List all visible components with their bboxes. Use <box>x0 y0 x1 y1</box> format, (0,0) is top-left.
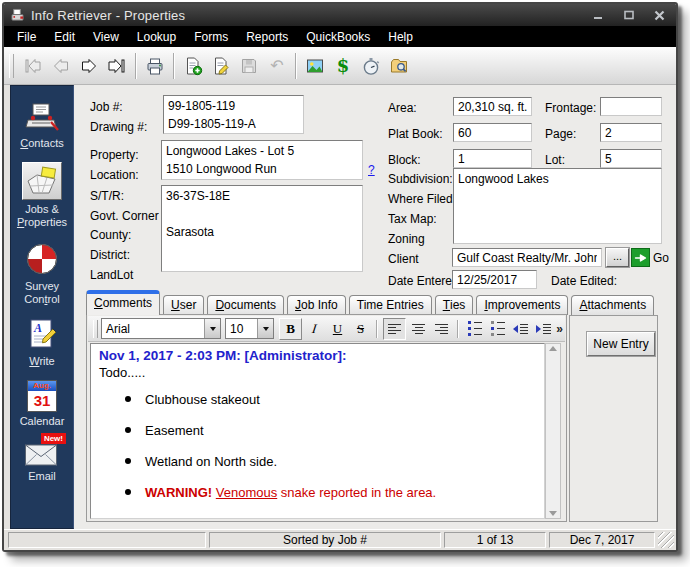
tab-user[interactable]: User <box>163 295 204 315</box>
lot-input[interactable] <box>600 149 662 168</box>
menu-lookup[interactable]: Lookup <box>128 27 185 47</box>
comments-scrollbar[interactable] <box>545 343 561 519</box>
maximize-button[interactable] <box>622 8 636 22</box>
date-entered-input[interactable] <box>452 270 537 289</box>
frontage-input[interactable] <box>600 97 662 116</box>
previous-record-button[interactable] <box>47 52 75 80</box>
resize-grip[interactable] <box>658 532 674 548</box>
block-label: Block: <box>388 153 421 167</box>
sidebar-item-jobs-properties[interactable]: Jobs & Properties <box>17 162 67 229</box>
comment-warning-item: WARNING! Venomous snake reported in the … <box>125 485 536 500</box>
tab-comments[interactable]: Comments <box>86 290 160 315</box>
tab-ties[interactable]: Ties <box>435 295 474 315</box>
sidebar-item-survey-control[interactable]: Survey Control <box>24 241 60 306</box>
client-go-label[interactable]: Go <box>653 251 669 265</box>
minimize-button[interactable] <box>592 8 606 22</box>
tab-job-info[interactable]: Job Info <box>287 295 346 315</box>
menu-file[interactable]: File <box>8 27 45 47</box>
next-record-button[interactable] <box>75 52 103 80</box>
location-help-link[interactable]: ? <box>368 163 375 177</box>
font-family-select[interactable]: Arial <box>101 318 221 339</box>
italic-button[interactable]: I <box>304 319 325 339</box>
app-window: Info Retriever - Properties File Edit Vi… <box>2 2 678 552</box>
bullet-list-button[interactable] <box>464 319 485 339</box>
menu-view[interactable]: View <box>84 27 128 47</box>
new-entry-button[interactable]: New Entry <box>587 332 655 356</box>
strikethrough-button[interactable]: S <box>350 319 371 339</box>
client-input[interactable] <box>452 248 602 267</box>
job-drawing-field[interactable]: 99-1805-119 D99-1805-119-A <box>163 95 304 134</box>
toolbar-grip[interactable] <box>9 54 14 78</box>
last-record-icon <box>107 56 127 76</box>
increase-indent-button[interactable] <box>533 319 554 339</box>
last-record-button[interactable] <box>103 52 131 80</box>
print-button[interactable] <box>141 52 169 80</box>
edit-record-button[interactable] <box>207 52 235 80</box>
tab-attachments[interactable]: Attachments <box>571 295 654 315</box>
client-go-button[interactable] <box>631 248 650 267</box>
format-toolbar-grip[interactable] <box>93 320 98 338</box>
bullet-list-icon <box>468 321 482 336</box>
contacts-icon <box>24 102 60 134</box>
tab-time-entries[interactable]: Time Entries <box>349 295 432 315</box>
dropdown-arrow-icon[interactable] <box>257 319 273 338</box>
billing-button[interactable]: $ <box>329 52 357 80</box>
job-number-value: 99-1805-119 <box>168 97 299 115</box>
desktop: Info Retriever - Properties File Edit Vi… <box>0 0 690 567</box>
comment-header: Nov 1, 2017 - 2:03 PM: [Administrator]: <box>99 348 536 363</box>
drawing-number-value: D99-1805-119-A <box>168 115 299 133</box>
sidebar-item-calendar[interactable]: Aug. 31 Calendar <box>20 380 65 428</box>
subdivision-field[interactable]: Longwood Lakes <box>453 168 662 244</box>
close-button[interactable] <box>652 8 666 22</box>
block-input[interactable] <box>453 149 532 168</box>
titlebar[interactable]: Info Retriever - Properties <box>4 4 676 26</box>
decrease-indent-button[interactable] <box>510 319 531 339</box>
window-body: Contacts Jobs & Properties Survey Contro… <box>4 85 676 529</box>
timer-button[interactable] <box>357 52 385 80</box>
bold-button[interactable]: B <box>279 318 302 340</box>
next-record-icon <box>79 56 99 76</box>
dollar-icon: $ <box>337 55 350 76</box>
menu-help[interactable]: Help <box>379 27 422 47</box>
scroll-down-icon[interactable] <box>549 511 557 516</box>
numbered-list-button[interactable] <box>487 319 508 339</box>
font-size-select[interactable]: 10 <box>225 318 274 339</box>
sidebar-item-write[interactable]: A Write <box>25 318 59 368</box>
page-input[interactable] <box>600 123 662 142</box>
plat-book-input[interactable] <box>453 123 532 142</box>
menu-quickbooks[interactable]: QuickBooks <box>297 27 379 47</box>
previous-record-icon <box>51 56 71 76</box>
picture-button[interactable] <box>301 52 329 80</box>
comments-panel: Arial 10 B I U S <box>86 314 567 522</box>
menu-reports[interactable]: Reports <box>237 27 297 47</box>
str-county-field[interactable]: 36-37S-18E Sarasota <box>161 185 363 272</box>
new-record-button[interactable] <box>179 52 207 80</box>
job-number-label: Job #: <box>90 100 123 114</box>
comments-editor[interactable]: Nov 1, 2017 - 2:03 PM: [Administrator]: … <box>90 343 545 519</box>
undo-icon: ↶ <box>270 56 283 75</box>
menu-edit[interactable]: Edit <box>45 27 84 47</box>
area-input[interactable] <box>453 97 532 116</box>
align-right-icon <box>435 324 448 334</box>
toolbar-overflow-button[interactable]: » <box>556 322 563 336</box>
find-file-button[interactable] <box>385 52 413 80</box>
align-right-button[interactable] <box>431 319 452 339</box>
property-location-field[interactable]: Longwood Lakes - Lot 5 1510 Longwood Run <box>161 140 363 180</box>
dropdown-arrow-icon[interactable] <box>204 319 220 338</box>
tab-improvements[interactable]: Improvements <box>476 295 568 315</box>
undo-button[interactable]: ↶ <box>263 52 291 80</box>
area-label: Area: <box>388 101 417 115</box>
client-browse-button[interactable]: ... <box>606 248 629 267</box>
first-record-button[interactable] <box>19 52 47 80</box>
sidebar-item-email[interactable]: New! Email <box>24 440 60 483</box>
menu-forms[interactable]: Forms <box>185 27 237 47</box>
tab-documents[interactable]: Documents <box>207 295 284 315</box>
align-left-button[interactable] <box>383 318 406 340</box>
sidebar-item-contacts[interactable]: Contacts <box>20 102 63 150</box>
align-center-button[interactable] <box>408 319 429 339</box>
scroll-up-icon[interactable] <box>549 346 557 351</box>
save-button[interactable] <box>235 52 263 80</box>
new-mail-badge: New! <box>41 433 66 444</box>
comment-bullet-item: Wetland on North side. <box>125 454 536 469</box>
underline-button[interactable]: U <box>327 319 348 339</box>
